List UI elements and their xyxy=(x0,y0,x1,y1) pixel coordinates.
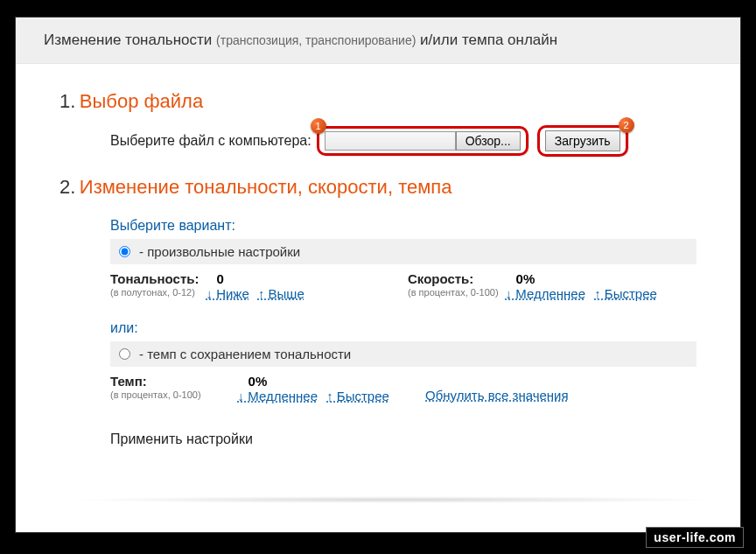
reset-link[interactable]: Обнулить все значения xyxy=(425,388,569,403)
callout-badge-2: 2 xyxy=(619,117,634,133)
speed-value: 0% xyxy=(516,271,536,286)
tempo-value: 0% xyxy=(248,374,268,389)
tempo-hint: (в процентах, 0-100) xyxy=(110,389,201,400)
header-title-suffix: и/или темпа онлайн xyxy=(416,32,557,48)
shadow-decoration xyxy=(68,496,723,503)
pitch-higher-link[interactable]: ↑ Выше xyxy=(258,286,304,301)
speed-faster-link[interactable]: ↑ Быстрее xyxy=(594,286,657,301)
tempo-label: Темп: xyxy=(110,374,147,389)
page-header: Изменение тональности (транспозиция, тра… xyxy=(16,18,740,64)
tempo-faster-link[interactable]: ↑ Быстрее xyxy=(326,389,389,403)
footer-brand: user-life.com xyxy=(646,527,744,548)
header-title-paren: (транспозиция, транспонирование) xyxy=(216,33,416,47)
callout-badge-1: 1 xyxy=(311,118,326,134)
option-custom-row[interactable]: - произвольные настройки xyxy=(110,239,696,264)
apply-settings[interactable]: Применить настройки xyxy=(110,431,253,446)
step-2-title: Изменение тональности, скорости, темпа xyxy=(80,176,452,198)
upload-button[interactable]: Загрузить xyxy=(545,130,620,151)
step-2: 2. Изменение тональности, скорости, темп… xyxy=(60,176,696,199)
pitch-hint: (в полутонах, 0-12) xyxy=(110,287,199,298)
option-tempo-label: - темп с сохранением тональности xyxy=(139,347,351,361)
pitch-value: 0 xyxy=(216,271,223,286)
browse-button[interactable]: Обзор... xyxy=(456,131,521,151)
pitch-label: Тональность: xyxy=(110,271,199,286)
radio-tempo[interactable] xyxy=(119,348,130,360)
header-title-prefix: Изменение тональности xyxy=(44,32,216,48)
option-tempo-row[interactable]: - темп с сохранением тональности xyxy=(110,341,696,367)
step-1-title: Выбор файла xyxy=(80,90,203,112)
step-1-number: 1. xyxy=(60,90,75,112)
upload-callout: 2 Загрузить xyxy=(537,125,628,157)
speed-label: Скорость: xyxy=(408,271,473,286)
page: Изменение тональности (транспозиция, тра… xyxy=(16,18,740,532)
tempo-slower-link[interactable]: ↓ Медленнее xyxy=(238,389,318,403)
radio-custom[interactable] xyxy=(119,246,130,257)
variant-label: Выберите вариант: xyxy=(110,218,696,234)
speed-slower-link[interactable]: ↓ Медленнее xyxy=(506,286,585,301)
option-custom-label: - произвольные настройки xyxy=(139,244,300,259)
file-prompt: Выберите файл с компьютера: xyxy=(110,133,312,149)
file-input-callout: 1 Обзор... xyxy=(317,126,528,156)
step-2-number: 2. xyxy=(60,176,75,198)
speed-hint: (в процентах, 0-100) xyxy=(408,287,499,298)
pitch-lower-link[interactable]: ↓ Ниже xyxy=(206,286,248,301)
or-label: или: xyxy=(110,320,696,336)
step-1: 1. Выбор файла xyxy=(60,90,696,113)
file-path-input[interactable] xyxy=(325,131,456,151)
